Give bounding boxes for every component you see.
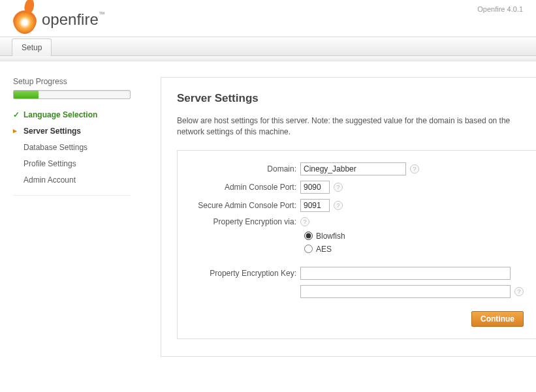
domain-input[interactable] (300, 162, 406, 175)
radio-aes-label: AES (316, 245, 332, 254)
admin-port-input[interactable] (300, 181, 330, 194)
help-icon[interactable]: ? (300, 217, 309, 226)
sidebar-title: Setup Progress (13, 77, 131, 86)
server-settings-form: Domain: ? Admin Console Port: ? Secure A… (177, 150, 536, 339)
encryption-key-input[interactable] (300, 267, 511, 280)
radio-blowfish[interactable] (304, 232, 313, 240)
content-panel: Server Settings Below are host settings … (161, 77, 536, 357)
encryption-via-label: Property Encryption via: (184, 217, 300, 226)
step-database-settings[interactable]: Database Settings (13, 140, 131, 156)
progress-fill (14, 91, 39, 98)
app-header: openfire™ Openfire 4.0.1 (0, 0, 536, 37)
step-server-settings[interactable]: Server Settings (13, 123, 131, 140)
page-description: Below are host settings for this server.… (177, 115, 536, 138)
domain-label: Domain: (184, 164, 300, 173)
admin-port-label: Admin Console Port: (184, 183, 300, 192)
radio-aes[interactable] (304, 245, 313, 253)
encryption-key-label: Property Encryption Key: (184, 269, 300, 278)
progress-bar (13, 90, 131, 99)
step-profile-settings[interactable]: Profile Settings (13, 156, 131, 172)
step-list: Language Selection Server Settings Datab… (13, 107, 131, 188)
help-icon[interactable]: ? (334, 201, 343, 210)
tab-setup[interactable]: Setup (12, 38, 52, 56)
continue-button[interactable]: Continue (471, 311, 524, 327)
secure-port-input[interactable] (300, 199, 330, 212)
encryption-key-confirm-input[interactable] (300, 285, 511, 298)
page-title: Server Settings (177, 92, 536, 105)
help-icon[interactable]: ? (514, 287, 524, 296)
version-label: Openfire 4.0.1 (477, 5, 523, 13)
secure-port-label: Secure Admin Console Port: (184, 201, 300, 210)
flame-icon (13, 5, 37, 34)
product-name: openfire™ (42, 10, 105, 29)
logo: openfire™ (13, 5, 523, 34)
help-icon[interactable]: ? (334, 183, 343, 192)
tab-bar: Setup (0, 37, 536, 56)
setup-progress-sidebar: Setup Progress Language Selection Server… (13, 77, 131, 357)
radio-blowfish-label: Blowfish (316, 232, 345, 241)
divider-band (0, 56, 536, 61)
step-language-selection[interactable]: Language Selection (13, 107, 131, 123)
step-admin-account[interactable]: Admin Account (13, 172, 131, 188)
help-icon[interactable]: ? (410, 164, 419, 173)
